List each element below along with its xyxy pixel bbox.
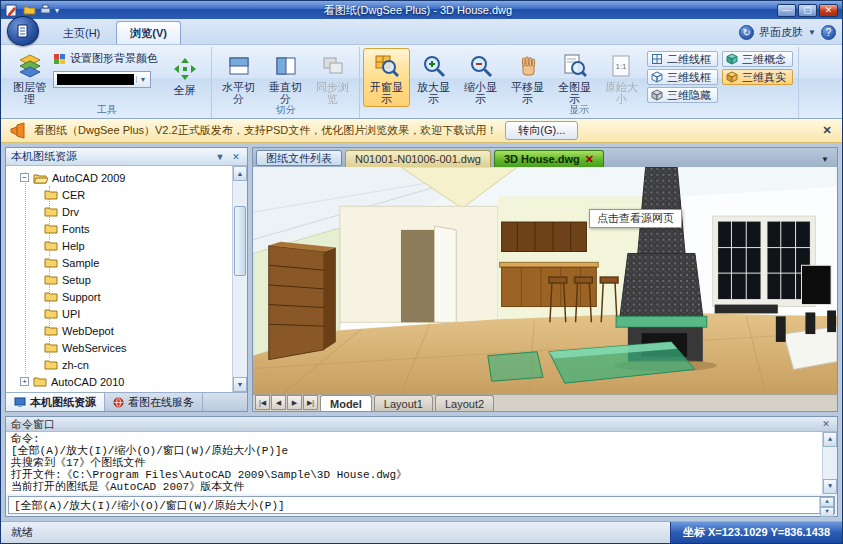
qat-print-icon[interactable] <box>39 4 52 16</box>
tree-item[interactable]: Support <box>6 288 247 305</box>
fullscreen-button[interactable]: 全屏 <box>161 51 208 98</box>
tree-item[interactable]: WebServices <box>6 339 247 356</box>
folder-tree: − AutoCAD 2009 CER Drv F <box>6 166 247 392</box>
wireframe-3d-button[interactable]: 三维线框 <box>647 69 718 85</box>
command-input[interactable]: [全部(A)/放大(I)/缩小(O)/窗口(W)/原始大小(P)] ▲ ▼ <box>8 496 835 514</box>
command-input-spinner[interactable]: ▲ ▼ <box>819 497 834 513</box>
layer-manager-button[interactable]: 图层管理 <box>6 48 53 107</box>
next-layout-button[interactable]: ▶ <box>287 395 302 410</box>
minimize-button[interactable]: — <box>777 4 796 17</box>
scroll-down-icon[interactable]: ▼ <box>820 507 834 517</box>
computer-icon <box>14 397 26 408</box>
notice-text: 看图纸（DwgSee Plus）V2.2正式版发布，支持PSD文件，优化图片浏览… <box>34 123 497 138</box>
tab-view[interactable]: 浏览(V) <box>116 21 181 44</box>
command-line: 当前打开的图纸是《AutoCAD 2007》版本文件 <box>11 481 819 493</box>
tab-layout2[interactable]: Layout2 <box>435 395 494 411</box>
scroll-down-icon[interactable]: ▼ <box>823 479 837 494</box>
group-label-display: 显示 <box>360 103 798 117</box>
fit-all-display-button[interactable]: 全图显示 <box>551 48 598 107</box>
tree-item[interactable]: Help <box>6 237 247 254</box>
skin-dropdown-icon[interactable]: ▼ <box>808 28 816 37</box>
maximize-button[interactable]: ▢ <box>798 4 817 17</box>
help-button[interactable]: ? <box>821 25 836 40</box>
status-bar: 就绪 坐标 X=123.1029 Y=836.1438 <box>1 521 842 543</box>
scroll-up-icon[interactable]: ▲ <box>820 497 834 507</box>
open-window-display-button[interactable]: 开窗显示 <box>363 48 410 107</box>
doc-tab-inactive[interactable]: N01001-N01006-001.dwg <box>345 150 491 167</box>
palette-icon <box>53 53 66 65</box>
command-line: 共搜索到《17》个图纸文件 <box>11 457 819 469</box>
notice-close-icon[interactable]: ✕ <box>820 124 834 137</box>
skin-refresh-icon[interactable]: ↻ <box>739 25 754 40</box>
scroll-down-icon[interactable]: ▼ <box>233 377 247 392</box>
background-color-select[interactable]: ▼ <box>53 71 151 88</box>
tree-item[interactable]: Fonts <box>6 220 247 237</box>
folder-icon <box>44 189 58 200</box>
hidden-3d-icon <box>651 89 663 101</box>
set-background-color-button[interactable]: 设置图形背景颜色 <box>53 51 158 66</box>
tree-item[interactable]: UPI <box>6 305 247 322</box>
wireframe-2d-button[interactable]: 二维线框 <box>647 51 718 67</box>
realistic-3d-button[interactable]: 三维真实 <box>722 69 793 85</box>
title-bar: ▾ 看图纸(DwgSee Plus) - 3D House.dwg — ▢ ✕ <box>1 1 842 19</box>
chevron-down-icon: ▼ <box>136 76 149 83</box>
go-button[interactable]: 转向(G)... <box>505 121 578 140</box>
first-layout-button[interactable]: |◀ <box>255 395 270 410</box>
skin-label[interactable]: 界面皮肤 <box>759 25 803 40</box>
tab-model[interactable]: Model <box>320 395 372 411</box>
scroll-up-icon[interactable]: ▲ <box>823 432 837 447</box>
folder-icon <box>44 257 58 268</box>
tab-home[interactable]: 主页(H) <box>49 21 114 44</box>
open-folder-icon <box>33 172 48 184</box>
tree-item[interactable]: CER <box>6 186 247 203</box>
tab-layout1[interactable]: Layout1 <box>374 395 433 411</box>
tree-item[interactable]: Setup <box>6 271 247 288</box>
notification-bar: 看图纸（DwgSee Plus）V2.2正式版发布，支持PSD文件，优化图片浏览… <box>1 119 842 143</box>
tab-online-service[interactable]: 看图在线服务 <box>105 393 203 411</box>
tree-item[interactable]: Sample <box>6 254 247 271</box>
fit-page-icon <box>562 53 588 79</box>
last-layout-button[interactable]: ▶| <box>303 395 318 410</box>
command-scrollbar[interactable]: ▲ ▼ <box>822 432 837 494</box>
app-orb-icon <box>15 23 31 39</box>
layout-nav-bar: |◀ ◀ ▶ ▶| Model Layout1 Layout2 <box>253 394 837 411</box>
panel-close-icon[interactable]: ✕ <box>230 152 242 162</box>
tab-close-icon[interactable]: ✕ <box>585 153 594 166</box>
zoom-out-display-button[interactable]: 缩小显示 <box>457 48 504 107</box>
scrollbar-thumb[interactable] <box>234 206 246 276</box>
tree-item[interactable]: Drv <box>6 203 247 220</box>
chevron-down-icon[interactable]: ▼ <box>214 152 226 162</box>
file-list-button[interactable]: 图纸文件列表 <box>256 150 342 166</box>
vertical-split-button[interactable]: 垂直切分 <box>262 48 309 107</box>
horizontal-split-button[interactable]: 水平切分 <box>215 48 262 107</box>
scroll-up-icon[interactable]: ▲ <box>233 166 247 181</box>
vertical-split-icon <box>273 53 299 79</box>
tree-item[interactable]: WebDepot <box>6 322 247 339</box>
command-history[interactable]: 命令: [全部(A)/放大(I)/缩小(O)/窗口(W)/原始大小(P)]e 共… <box>6 432 837 494</box>
expand-icon[interactable]: + <box>20 377 29 386</box>
color-swatch <box>57 74 134 85</box>
qat-dropdown-icon[interactable]: ▾ <box>55 6 59 15</box>
application-menu-button[interactable] <box>7 16 39 46</box>
sync-browse-button[interactable]: 同步浏览 <box>309 48 356 107</box>
folder-icon <box>44 274 58 285</box>
tree-item[interactable]: + AutoCAD 2010 <box>6 373 247 390</box>
collapse-icon[interactable]: − <box>20 173 29 182</box>
pan-display-button[interactable]: 平移显示 <box>504 48 551 107</box>
tree-item[interactable]: − AutoCAD 2009 <box>6 169 247 186</box>
tab-list-dropdown-icon[interactable]: ▼ <box>821 155 834 167</box>
tree-scrollbar[interactable]: ▲ ▼ <box>232 166 247 392</box>
zoom-in-display-button[interactable]: 放大显示 <box>410 48 457 107</box>
drawing-canvas[interactable]: 点击查看源网页 <box>253 167 837 394</box>
doc-tab-active[interactable]: 3D House.dwg ✕ <box>494 150 604 167</box>
close-button[interactable]: ✕ <box>819 4 838 17</box>
quick-access-toolbar: ▾ <box>23 4 59 16</box>
command-close-icon[interactable]: ✕ <box>820 419 832 429</box>
tree-item[interactable]: zh-cn <box>6 356 247 373</box>
qat-open-icon[interactable] <box>23 4 36 16</box>
concept-3d-button[interactable]: 三维概念 <box>722 51 793 67</box>
hidden-3d-button[interactable]: 三维隐藏 <box>647 87 718 103</box>
tab-local-resources[interactable]: 本机图纸资源 <box>6 393 105 411</box>
actual-size-button[interactable]: 1:1 原始大小 <box>598 48 645 107</box>
prev-layout-button[interactable]: ◀ <box>271 395 286 410</box>
